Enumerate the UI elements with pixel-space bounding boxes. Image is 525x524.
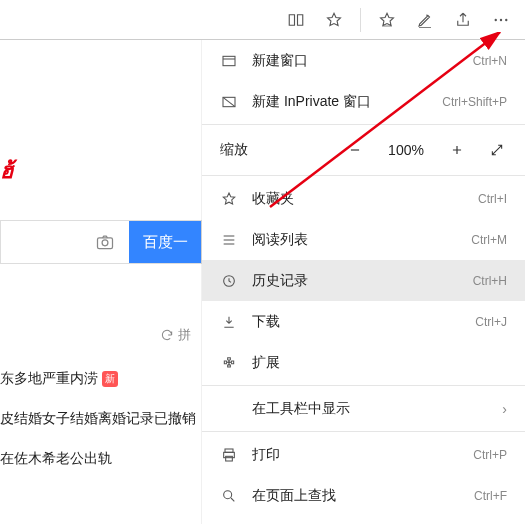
menu-read-aloud[interactable]: A» 朗读此页内容 Ctrl+Shift+G xyxy=(202,516,525,524)
menu-new-inprivate[interactable]: 新建 InPrivate 窗口 Ctrl+Shift+P xyxy=(202,81,525,122)
menu-show-in-toolbar[interactable]: 在工具栏中显示 › xyxy=(202,388,525,429)
news-item[interactable]: 在佐木希老公出轨 xyxy=(0,450,196,468)
fullscreen-button[interactable] xyxy=(483,136,511,164)
search-icon xyxy=(221,488,237,504)
menu-shortcut: Ctrl+I xyxy=(478,192,507,206)
svg-rect-10 xyxy=(226,456,233,461)
menu-shortcut: Ctrl+Shift+P xyxy=(442,95,507,109)
toolbar-separator xyxy=(360,8,361,32)
menu-label: 新建 InPrivate 窗口 xyxy=(252,93,428,111)
news-text: 在佐木希老公出轨 xyxy=(0,450,112,468)
share-button[interactable] xyxy=(445,2,481,38)
more-button[interactable] xyxy=(483,2,519,38)
menu-zoom: 缩放 100% xyxy=(202,127,525,173)
news-list: 东多地严重内涝 新 皮结婚女子结婚离婚记录已撤销 在佐木希老公出轨 xyxy=(0,370,196,490)
star-icon xyxy=(221,191,237,207)
settings-menu: 新建窗口 Ctrl+N 新建 InPrivate 窗口 Ctrl+Shift+P… xyxy=(202,40,525,524)
menu-label: 历史记录 xyxy=(252,272,459,290)
new-badge: 新 xyxy=(102,371,118,387)
notes-button[interactable] xyxy=(407,2,443,38)
menu-shortcut: Ctrl+M xyxy=(471,233,507,247)
camera-icon xyxy=(95,232,115,252)
menu-label: 在页面上查找 xyxy=(252,487,460,505)
menu-divider xyxy=(202,175,525,176)
refresh-label: 拼 xyxy=(178,326,191,344)
svg-point-1 xyxy=(500,18,502,20)
pen-icon xyxy=(416,11,434,29)
menu-label: 阅读列表 xyxy=(252,231,457,249)
expand-icon xyxy=(490,143,504,157)
history-icon xyxy=(221,273,237,289)
menu-print[interactable]: 打印 Ctrl+P xyxy=(202,434,525,475)
menu-shortcut: Ctrl+N xyxy=(473,54,507,68)
reading-view-button[interactable] xyxy=(278,2,314,38)
news-text: 东多地严重内涝 xyxy=(0,370,98,388)
svg-point-0 xyxy=(495,18,497,20)
menu-label: 收藏夹 xyxy=(252,190,464,208)
svg-rect-5 xyxy=(223,56,235,65)
news-item[interactable]: 皮结婚女子结婚离婚记录已撤销 xyxy=(0,410,196,428)
menu-shortcut: Ctrl+P xyxy=(473,448,507,462)
refresh-hint[interactable]: 拼 xyxy=(160,326,191,344)
minus-icon xyxy=(348,143,362,157)
inprivate-icon xyxy=(221,94,237,110)
menu-divider xyxy=(202,385,525,386)
menu-shortcut: Ctrl+J xyxy=(475,315,507,329)
menu-divider xyxy=(202,431,525,432)
favorites-hub-button[interactable] xyxy=(369,2,405,38)
menu-favorites[interactable]: 收藏夹 Ctrl+I xyxy=(202,178,525,219)
list-icon xyxy=(221,232,237,248)
menu-extensions[interactable]: 扩展 xyxy=(202,342,525,383)
plus-icon xyxy=(450,143,464,157)
browser-toolbar xyxy=(0,0,525,40)
menu-label: 在工具栏中显示 xyxy=(252,400,488,418)
share-icon xyxy=(454,11,472,29)
menu-divider xyxy=(202,124,525,125)
puzzle-icon xyxy=(221,355,237,371)
star-lines-icon xyxy=(378,11,396,29)
star-icon xyxy=(325,11,343,29)
site-logo: ฮ้ xyxy=(0,153,12,188)
chevron-right-icon: › xyxy=(502,401,507,417)
search-bar: 百度一 xyxy=(0,220,202,264)
news-item[interactable]: 东多地严重内涝 新 xyxy=(0,370,196,388)
menu-downloads[interactable]: 下载 Ctrl+J xyxy=(202,301,525,342)
svg-point-4 xyxy=(102,240,108,246)
zoom-out-button[interactable] xyxy=(341,136,369,164)
menu-history[interactable]: 历史记录 Ctrl+H xyxy=(202,260,525,301)
search-button[interactable]: 百度一 xyxy=(129,221,201,263)
zoom-value: 100% xyxy=(381,142,431,158)
favorite-star-button[interactable] xyxy=(316,2,352,38)
book-icon xyxy=(287,11,305,29)
menu-reading-list[interactable]: 阅读列表 Ctrl+M xyxy=(202,219,525,260)
menu-label: 新建窗口 xyxy=(252,52,459,70)
print-icon xyxy=(221,447,237,463)
menu-shortcut: Ctrl+F xyxy=(474,489,507,503)
dots-icon xyxy=(492,11,510,29)
menu-find[interactable]: 在页面上查找 Ctrl+F xyxy=(202,475,525,516)
zoom-label: 缩放 xyxy=(220,141,329,159)
window-icon xyxy=(221,53,237,69)
svg-point-2 xyxy=(505,18,507,20)
menu-label: 下载 xyxy=(252,313,461,331)
camera-button[interactable] xyxy=(81,221,129,263)
refresh-icon xyxy=(160,328,174,342)
news-text: 皮结婚女子结婚离婚记录已撤销 xyxy=(0,410,196,428)
svg-point-11 xyxy=(224,490,232,498)
menu-shortcut: Ctrl+H xyxy=(473,274,507,288)
zoom-in-button[interactable] xyxy=(443,136,471,164)
download-icon xyxy=(221,314,237,330)
menu-label: 扩展 xyxy=(252,354,507,372)
menu-label: 打印 xyxy=(252,446,459,464)
menu-new-window[interactable]: 新建窗口 Ctrl+N xyxy=(202,40,525,81)
